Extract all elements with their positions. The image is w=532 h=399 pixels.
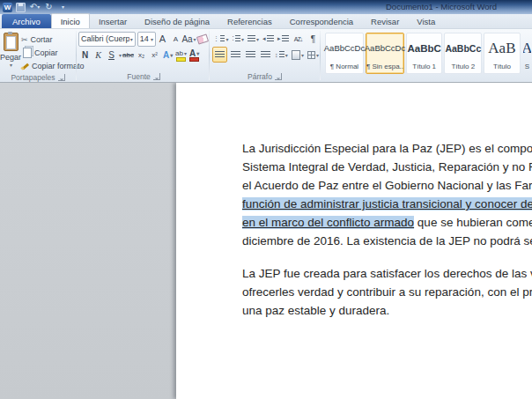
text-highlight-button[interactable]: ab▾ bbox=[174, 47, 188, 63]
tab-referencias[interactable]: Referencias bbox=[218, 14, 281, 28]
strikethrough-button[interactable]: abc bbox=[122, 48, 135, 62]
style-sin-espaciado[interactable]: AaBbCcDc ¶ Sin espa.. bbox=[366, 33, 404, 74]
highlight-color-swatch bbox=[176, 57, 186, 62]
font-size-combobox[interactable]: 14 ▾ bbox=[137, 32, 156, 47]
bullets-button[interactable]: ⋮▾ bbox=[212, 32, 229, 46]
superscript-button[interactable]: x² bbox=[148, 48, 161, 62]
font-color-button[interactable]: A▾ bbox=[188, 47, 201, 63]
cut-button[interactable]: ✂ Cortar bbox=[21, 33, 85, 46]
paste-button[interactable]: Pegar ▾ bbox=[0, 31, 21, 72]
font-color-swatch bbox=[189, 57, 199, 62]
font-size-dropdown-icon[interactable]: ▾ bbox=[151, 36, 153, 42]
align-right-button[interactable] bbox=[244, 48, 257, 62]
font-family-dropdown-icon[interactable]: ▾ bbox=[130, 36, 133, 42]
increase-indent-button[interactable]: ▸ bbox=[277, 32, 290, 46]
tab-archivo[interactable]: Archivo bbox=[2, 14, 51, 28]
doc-line-7: La JEP fue creada para satisfacer los de… bbox=[242, 264, 532, 283]
tab-revisar[interactable]: Revisar bbox=[362, 14, 408, 28]
doc-line-5: en el marco del conflicto armado que se … bbox=[242, 213, 532, 232]
borders-button[interactable]: ▾ bbox=[307, 48, 320, 62]
doc-line-3: el Acuerdo de Paz entre el Gobierno Naci… bbox=[242, 176, 532, 195]
underline-button[interactable]: S bbox=[105, 48, 118, 62]
font-dialog-launcher-icon[interactable] bbox=[153, 73, 160, 80]
styles-gallery: AaBbCcDc ¶ Normal AaBbCcDc ¶ Sin espa.. … bbox=[321, 31, 532, 82]
group-fuente: Calibri (Cuerpo) ▾ 14 ▾ A A Aa▾ N K S▾ a… bbox=[77, 29, 209, 82]
selected-text: en el marco del conflicto armado bbox=[242, 216, 414, 229]
doc-line-8: ofrecerles verdad y contribuir a su repa… bbox=[242, 283, 532, 301]
window-title: Documento1 - Microsoft Word bbox=[386, 2, 497, 11]
borders-icon bbox=[307, 51, 315, 59]
text-effects-button[interactable]: A▾ bbox=[161, 48, 174, 62]
style-titulo-1[interactable]: AaBbC Título 1 bbox=[406, 33, 442, 74]
align-center-button[interactable] bbox=[229, 48, 242, 62]
save-icon bbox=[16, 3, 26, 12]
undo-dropdown-icon[interactable]: ▾ bbox=[37, 4, 40, 10]
align-right-icon bbox=[246, 51, 255, 59]
document-area: La Jurisdicción Especial para la Paz (JE… bbox=[0, 83, 532, 399]
document-page[interactable]: La Jurisdicción Especial para la Paz (JE… bbox=[176, 83, 532, 399]
shrink-font-button[interactable]: A bbox=[169, 32, 182, 46]
group-label-fuente: Fuente bbox=[78, 71, 209, 82]
qat-customize-button[interactable]: ▾ bbox=[57, 2, 69, 12]
doc-line-6: diciembre de 2016. La existencia de la J… bbox=[242, 232, 532, 250]
decrease-indent-button[interactable]: ◂ bbox=[262, 32, 275, 46]
selected-text: función de administrar justicia transici… bbox=[242, 197, 532, 211]
paste-dropdown-icon[interactable]: ▾ bbox=[10, 62, 12, 68]
style-partial[interactable]: A S bbox=[522, 33, 532, 74]
numbering-button[interactable]: ⁚▾ bbox=[231, 32, 245, 46]
ribbon: Pegar ▾ ✂ Cortar Copiar Copiar formato bbox=[0, 29, 532, 83]
undo-button[interactable]: ↶▾ bbox=[29, 2, 41, 12]
show-marks-button[interactable]: ¶ bbox=[307, 32, 320, 46]
tab-inicio[interactable]: Inicio bbox=[51, 13, 90, 28]
decrease-indent-icon bbox=[267, 35, 274, 43]
doc-line-2: Sistema Integral de Verdad, Justicia, Re… bbox=[242, 158, 532, 176]
multilevel-list-button[interactable]: ▾ bbox=[247, 32, 260, 46]
style-normal[interactable]: AaBbCcDc ¶ Normal bbox=[325, 33, 364, 74]
align-left-icon bbox=[215, 51, 225, 59]
paragraph-dialog-launcher-icon[interactable] bbox=[275, 73, 282, 80]
multilevel-list-icon bbox=[248, 35, 255, 43]
clipboard-dialog-launcher-icon[interactable] bbox=[58, 74, 65, 81]
copy-button[interactable]: Copiar bbox=[21, 46, 85, 59]
paste-label: Pegar bbox=[0, 53, 21, 62]
italic-button[interactable]: K bbox=[92, 48, 105, 62]
tab-insertar[interactable]: Insertar bbox=[90, 14, 136, 28]
ribbon-tab-row: Archivo Inicio Insertar Diseño de página… bbox=[0, 14, 532, 29]
style-titulo[interactable]: AaB Título bbox=[484, 33, 520, 74]
numbering-icon bbox=[235, 35, 240, 43]
bold-button[interactable]: N bbox=[78, 48, 92, 62]
bullets-icon bbox=[220, 35, 225, 43]
group-estilos: AaBbCcDc ¶ Normal AaBbCcDc ¶ Sin espa.. … bbox=[321, 29, 532, 82]
doc-line-1: La Jurisdicción Especial para la Paz (JE… bbox=[242, 139, 532, 158]
grow-font-button[interactable]: A bbox=[156, 32, 169, 46]
tab-diseno-de-pagina[interactable]: Diseño de página bbox=[136, 14, 218, 28]
subscript-button[interactable]: x₂ bbox=[135, 48, 148, 62]
copy-label: Copiar bbox=[34, 48, 58, 57]
redo-button[interactable]: ↻ bbox=[43, 2, 55, 12]
quick-access-toolbar: W ↶▾ ↻ ▾ bbox=[0, 2, 69, 12]
style-titulo-2[interactable]: AaBbCc Título 2 bbox=[444, 33, 482, 74]
document-text[interactable]: La Jurisdicción Especial para la Paz (JE… bbox=[242, 139, 532, 320]
sort-button[interactable]: AZ↓ bbox=[292, 32, 305, 46]
justify-button[interactable] bbox=[259, 48, 272, 62]
paste-icon bbox=[4, 33, 18, 51]
align-left-button[interactable] bbox=[212, 47, 227, 63]
title-bar: W ↶▾ ↻ ▾ Documento1 - Microsoft Word bbox=[0, 0, 532, 14]
shading-icon bbox=[292, 50, 300, 60]
font-family-combobox[interactable]: Calibri (Cuerpo) ▾ bbox=[78, 32, 136, 47]
tab-correspondencia[interactable]: Correspondencia bbox=[281, 14, 362, 28]
word-app-icon[interactable]: W bbox=[3, 3, 12, 12]
line-spacing-icon bbox=[279, 51, 284, 59]
shading-button[interactable]: ▾ bbox=[291, 48, 305, 62]
clear-formatting-button[interactable] bbox=[196, 32, 209, 46]
doc-line-4: función de administrar justicia transici… bbox=[242, 195, 532, 213]
group-portapapeles: Pegar ▾ ✂ Cortar Copiar Copiar formato bbox=[0, 29, 76, 82]
increase-indent-icon bbox=[282, 35, 289, 43]
line-spacing-button[interactable]: ↕▾ bbox=[274, 48, 289, 62]
save-button[interactable] bbox=[15, 2, 26, 12]
group-label-portapapeles: Portapapeles bbox=[0, 72, 76, 82]
tab-vista[interactable]: Vista bbox=[408, 14, 444, 28]
format-painter-button[interactable]: Copiar formato bbox=[21, 59, 85, 72]
group-parrafo: ⋮▾ ⁚▾ ▾ ◂ ▸ AZ↓ ¶ ↕▾ ▾ ▾ Párrafo bbox=[210, 29, 320, 82]
change-case-button[interactable]: Aa▾ bbox=[182, 32, 196, 46]
